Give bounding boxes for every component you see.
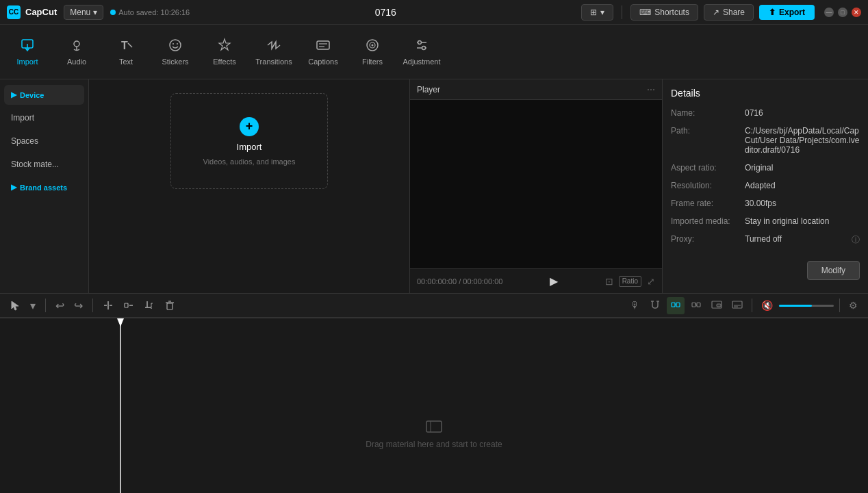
- mic-button[interactable]: 🎙: [627, 298, 643, 313]
- filters-label: Filters: [362, 58, 383, 66]
- detail-key-resolution: Resolution:: [671, 181, 739, 190]
- magnet-button[interactable]: [646, 297, 664, 314]
- settings-button[interactable]: ⚙: [845, 298, 861, 313]
- text-icon: T: [118, 38, 133, 55]
- brand-assets-chevron-icon: ▶: [11, 183, 16, 192]
- ratio-button[interactable]: Ratio: [619, 276, 641, 287]
- toolbar-item-effects[interactable]: Effects: [200, 27, 249, 77]
- svg-rect-37: [692, 303, 695, 307]
- delete-button[interactable]: [162, 298, 178, 313]
- shortcuts-button[interactable]: ⌨ Shortcuts: [630, 4, 698, 21]
- detail-key-framerate: Frame rate:: [671, 199, 739, 208]
- shortcuts-label: Shortcuts: [654, 8, 689, 17]
- toolbar-sep-1: [45, 299, 46, 312]
- share-button[interactable]: ↗ Share: [704, 4, 754, 21]
- audio-icon: [69, 38, 84, 55]
- toolbar-item-transitions[interactable]: Transitions: [249, 27, 298, 77]
- sidebar-item-stockmate[interactable]: Stock mate...: [4, 154, 84, 175]
- split2-button[interactable]: [120, 298, 137, 313]
- sidebar-spaces-label: Spaces: [11, 136, 38, 146]
- toolbar-item-adjustment[interactable]: Adjustment: [397, 27, 446, 77]
- timeline-empty-state: Drag material here and start to create: [0, 318, 868, 493]
- topbar-right: ⊞ ▾ ⌨ Shortcuts ↗ Share ⬆ Export — □ ✕: [581, 4, 861, 21]
- audio-label: Audio: [67, 58, 86, 66]
- timeline-area: Drag material here and start to create: [0, 318, 868, 493]
- fullscreen-icon[interactable]: ⤢: [647, 276, 655, 287]
- main-toolbar: Import Audio T Text: [0, 25, 868, 79]
- svg-rect-34: [672, 303, 675, 307]
- unlink-button[interactable]: [687, 297, 705, 314]
- undo-button[interactable]: ↩: [53, 297, 67, 314]
- minimize-button[interactable]: —: [824, 8, 834, 17]
- detail-row-framerate: Frame rate: 30.00fps: [671, 199, 860, 208]
- subtitles-button[interactable]: [728, 297, 746, 314]
- menu-button[interactable]: Menu ▾: [64, 5, 103, 20]
- select-tool-button[interactable]: [7, 298, 23, 313]
- stickers-icon: [168, 38, 183, 55]
- svg-rect-10: [317, 41, 329, 49]
- split-button[interactable]: [100, 298, 116, 313]
- filters-icon: [365, 38, 380, 55]
- topbar: CC CapCut Menu ▾ Auto saved: 10:26:16 07…: [0, 0, 868, 25]
- player-menu-icon[interactable]: ⋯: [647, 85, 655, 94]
- player-panel: Player ⋯ 00:00:00:00 / 00:00:00:00 ▶ ⊡ R…: [409, 79, 663, 293]
- share-label: Share: [723, 8, 745, 17]
- export-button[interactable]: ⬆ Export: [759, 5, 815, 20]
- timeline-empty-icon: [426, 420, 442, 433]
- svg-rect-41: [717, 304, 721, 307]
- toolbar-item-captions[interactable]: Captions: [298, 27, 348, 77]
- screenshot-icon[interactable]: ⊡: [605, 276, 613, 287]
- sidebar-device-label: Device: [20, 91, 44, 99]
- sidebar-item-brand-assets[interactable]: ▶ Brand assets: [4, 177, 84, 197]
- volume-slider[interactable]: [779, 305, 834, 307]
- toolbar-item-audio[interactable]: Audio: [52, 27, 101, 77]
- player-time: 00:00:00:00 / 00:00:00:00: [417, 277, 502, 286]
- maximize-button[interactable]: □: [838, 8, 847, 17]
- svg-rect-29: [167, 303, 173, 309]
- crop-button[interactable]: [141, 298, 157, 313]
- redo-button[interactable]: ↪: [71, 297, 86, 314]
- svg-rect-45: [426, 421, 442, 432]
- sidebar-item-import[interactable]: Import: [4, 108, 84, 128]
- svg-point-15: [372, 45, 374, 47]
- transitions-label: Transitions: [255, 58, 292, 66]
- svg-text:T: T: [121, 40, 128, 51]
- toolbar-item-filters[interactable]: Filters: [348, 27, 397, 77]
- detail-val-resolution: Adapted: [745, 181, 860, 190]
- timeline-empty-text: Drag material here and start to create: [366, 440, 502, 449]
- svg-point-19: [422, 47, 426, 50]
- mute-button[interactable]: 🔇: [758, 298, 776, 313]
- timeline-cursor: [120, 318, 121, 493]
- select-chevron-button[interactable]: ▾: [27, 297, 38, 314]
- details-title: Details: [671, 88, 860, 99]
- modify-button[interactable]: Modify: [807, 261, 860, 280]
- export-label: Export: [779, 8, 805, 17]
- detail-row-path: Path: C:/Users/bj/AppData/Local/CapCut/U…: [671, 126, 860, 155]
- import-dropzone[interactable]: + Import Videos, audios, and images: [170, 93, 328, 189]
- detail-key-proxy: Proxy:: [671, 234, 739, 246]
- project-name: 0716: [375, 7, 396, 18]
- close-button[interactable]: ✕: [852, 8, 861, 17]
- toolbar-item-text[interactable]: T Text: [101, 27, 151, 77]
- svg-point-17: [418, 41, 422, 45]
- detail-key-imported-media: Imported media:: [671, 216, 739, 226]
- detail-row-resolution: Resolution: Adapted: [671, 181, 860, 190]
- toolbar-item-import[interactable]: Import: [3, 27, 52, 77]
- svg-rect-23: [125, 303, 128, 307]
- link-button[interactable]: [667, 297, 685, 314]
- svg-point-8: [177, 43, 178, 45]
- proxy-info-icon[interactable]: ⓘ: [852, 234, 860, 246]
- sidebar-item-spaces[interactable]: Spaces: [4, 131, 84, 151]
- sidebar-item-device[interactable]: ▶ Device: [4, 85, 84, 105]
- layout-button[interactable]: ⊞ ▾: [581, 4, 613, 21]
- toolbar-sep-3: [752, 299, 752, 312]
- sidebar: ▶ Device Import Spaces Stock mate... ▶ B…: [0, 79, 89, 293]
- player-viewport: [410, 100, 662, 268]
- autosave-dot-icon: [110, 10, 116, 15]
- toolbar-item-stickers[interactable]: Stickers: [151, 27, 200, 77]
- play-button[interactable]: ▶: [550, 275, 558, 288]
- pip-button[interactable]: [708, 297, 726, 314]
- text-label: Text: [119, 58, 133, 66]
- player-header: Player ⋯: [410, 79, 662, 100]
- stickers-label: Stickers: [162, 58, 188, 66]
